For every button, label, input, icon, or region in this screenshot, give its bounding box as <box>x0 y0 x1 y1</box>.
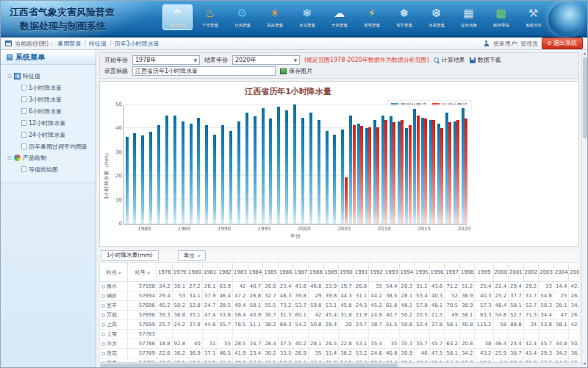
bar-national <box>309 113 312 224</box>
toolbar-item-settings[interactable]: ⚒ 系统设置 <box>518 4 548 30</box>
y-tick: 30 <box>110 149 122 155</box>
scroll-up-arrow[interactable]: ▲ <box>584 50 587 57</box>
toolbar-item-calculator[interactable]: ▦ 综合风险 <box>453 4 484 30</box>
page-icon <box>21 144 26 149</box>
table-horizontal-scrollbar[interactable] <box>99 362 579 367</box>
bar-regional <box>417 116 420 224</box>
toolbar-item-typhoon[interactable]: ⚙ 台风普查 <box>227 4 257 30</box>
scroll-down-arrow[interactable]: ▼ <box>584 361 587 367</box>
menu-icon <box>7 54 12 60</box>
chart-x-axis-label: 年份 <box>123 233 467 240</box>
globe-icon <box>548 2 583 36</box>
calc-result-button[interactable]: 计算结果 <box>434 56 465 64</box>
column-header-year: 2001 <box>509 263 524 282</box>
column-header-year: 1986 <box>278 263 293 282</box>
column-header-year: 1994 <box>399 263 415 282</box>
column-header-year: 1990 <box>339 263 354 282</box>
tree-leaf[interactable]: 12小时降水量 <box>2 117 94 129</box>
y-tick: 20 <box>110 173 122 179</box>
column-header-year: 1993 <box>384 263 399 282</box>
power-icon <box>548 41 551 45</box>
bar-national <box>301 118 304 224</box>
column-header-year: 1988 <box>308 263 323 282</box>
toolbar-item-heat[interactable]: ☀ 高温普查 <box>259 4 290 30</box>
toolbar-item-rainstorm[interactable]: ☂ 暴雨普查 <box>162 4 193 30</box>
breadcrumb-item[interactable]: 特征值 <box>89 40 107 48</box>
bar-regional <box>465 118 467 224</box>
column-header-year: 1999 <box>475 263 493 282</box>
y-tick: 0 <box>110 221 122 227</box>
column-header-year: 1991 <box>354 263 369 282</box>
tree-node[interactable]: ⊟ 产品绘制 <box>2 152 94 163</box>
drought-icon: ♨ <box>205 6 215 21</box>
rainstorm-icon: ☂ <box>173 6 182 21</box>
x-tick: 1995 <box>258 226 271 232</box>
bar-national <box>229 131 232 224</box>
tree-node[interactable]: ⊟ 特征值 <box>2 71 94 82</box>
toolbar-item-lightning[interactable]: ⚡ 雷电普查 <box>356 4 387 30</box>
toolbar-item-hail[interactable]: ❆ 冰雹普查 <box>421 4 451 30</box>
x-tick: 2000 <box>298 226 311 232</box>
row-radio[interactable] <box>101 285 105 289</box>
row-radio[interactable] <box>101 304 105 308</box>
chart-title: 江西省历年1小时降水量 <box>100 86 476 97</box>
table-row: 宜丰5769640.250.252.824.728.549.458.155.57… <box>100 301 580 311</box>
bar-national <box>182 121 184 224</box>
breadcrumb-item[interactable]: 暴雨普查 <box>57 40 81 48</box>
bar-national <box>173 116 176 224</box>
row-radio[interactable] <box>101 314 105 317</box>
x-tick: 1990 <box>218 226 231 232</box>
collapse-icon[interactable]: ⊟ <box>7 156 12 160</box>
scrollbar-thumb[interactable] <box>100 364 398 367</box>
tree-leaf[interactable]: 6小时降水量 <box>2 105 94 117</box>
toolbar-item-drought[interactable]: ♨ 干旱普查 <box>195 4 225 30</box>
table-row: 铜鼓5769429.45334.137.946.447.226.832.746.… <box>100 291 580 301</box>
data-download-button[interactable]: 数据下载 <box>470 56 501 64</box>
chart-plot: 0102030405019801985199019952000200520102… <box>123 105 467 224</box>
tree-leaf[interactable]: 24小时降水量 <box>2 129 94 141</box>
tree-leaf[interactable]: 1小时降水量 <box>2 82 94 93</box>
toolbar-item-snow[interactable]: ❅ 雪灾普查 <box>389 4 419 30</box>
control-panel: 开始年份 1978年▼ 结束年份 2020年▼ (规定范围1978-2020年数… <box>99 52 579 79</box>
table-filter-box: 1小时降水量(mm) <box>101 250 159 261</box>
page-icon <box>21 96 26 102</box>
bar-national <box>213 135 216 224</box>
row-radio[interactable] <box>101 294 105 298</box>
toolbar-item-freeze[interactable]: ❄ 冰冻普查 <box>292 4 322 30</box>
row-radio[interactable] <box>101 333 105 336</box>
column-header-year: 1981 <box>202 263 218 282</box>
logout-button[interactable]: 退出系统 <box>542 38 583 49</box>
row-radio[interactable] <box>101 323 105 327</box>
table-row: 万载5769839.336.835.147.453.656.440.930.73… <box>100 311 580 320</box>
row-radio[interactable] <box>101 352 105 355</box>
table-row: 萍乡5778618.892.840315528.534.728.437.540.… <box>100 339 580 349</box>
toolbar-item-map-review[interactable]: ▩ 图件审核 <box>486 4 516 30</box>
collapse-icon[interactable]: ⊟ <box>7 74 12 79</box>
page-vertical-scrollbar[interactable]: ▲ ▼ <box>581 50 587 367</box>
scrollbar-thumb[interactable] <box>583 57 587 138</box>
column-header-station-id[interactable]: 站号 ▴▾ <box>128 263 157 282</box>
tree-leaf[interactable]: 历年暴雨过程平均雨量 <box>2 141 94 152</box>
breadcrumb-item[interactable]: 历年1小时降水量 <box>115 40 159 48</box>
column-header-year: 1997 <box>445 263 460 282</box>
heat-icon: ☀ <box>270 6 279 21</box>
bar-regional <box>360 126 363 224</box>
bar-national <box>254 116 257 224</box>
toolbar-item-gale[interactable]: ☁ 大风普查 <box>324 4 354 30</box>
end-year-select[interactable]: 2020年▼ <box>232 55 300 65</box>
save-image-button[interactable]: 保存图片 <box>280 67 312 75</box>
start-year-select[interactable]: 1978年▼ <box>132 55 200 65</box>
tree-leaf[interactable]: 3小时降水量 <box>2 93 94 105</box>
map-review-icon: ▩ <box>495 6 506 21</box>
column-header-station[interactable]: 站点 ▴▾ <box>100 263 128 282</box>
bar-national <box>333 135 336 224</box>
app-title-line1: 江西省气象灾害风险普查 <box>10 7 115 18</box>
unit-dropdown[interactable]: 单位 ▴▾ <box>178 250 206 261</box>
grid-icon <box>14 73 21 79</box>
tree-leaf[interactable]: 等值线绘图 <box>2 163 94 175</box>
chart-title-input[interactable] <box>132 66 276 76</box>
row-radio[interactable] <box>101 342 105 346</box>
bar-regional <box>345 177 348 224</box>
save-disk-icon <box>470 57 476 63</box>
chevron-down-icon: ▼ <box>293 57 297 63</box>
